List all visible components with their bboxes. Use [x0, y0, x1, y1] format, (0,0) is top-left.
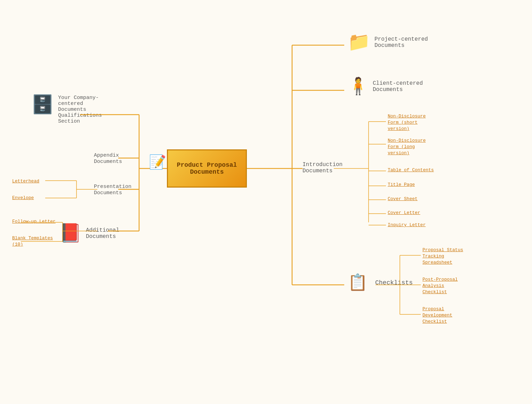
- central-label: Product Proposal Documents: [177, 162, 237, 175]
- central-node: 📝 Product Proposal Documents: [167, 149, 247, 188]
- diagram-container: 📝 Product Proposal Documents 📁 Project-c…: [0, 0, 532, 404]
- central-doc-icon: 📝: [149, 154, 166, 171]
- connector-lines: [0, 0, 532, 404]
